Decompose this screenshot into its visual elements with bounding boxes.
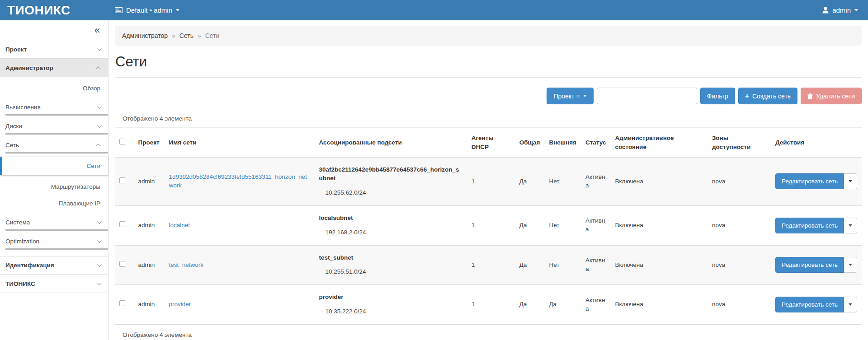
search-input[interactable] [597,88,697,104]
edit-network-button[interactable]: Редактировать сеть [775,297,844,312]
sidebar-group-system[interactable]: Система [5,217,108,231]
table-toolbar: Проект = Фильтр + Создать сеть Удалить с… [115,88,862,104]
breadcrumb-current: Сети [205,32,220,39]
chevron-down-icon [97,123,102,128]
col-header-subnets[interactable]: Ассоциированные подсети [315,128,467,158]
row-actions-dropdown[interactable] [844,218,857,233]
chevron-down-icon [849,180,852,182]
cell-project: admin [134,245,165,285]
network-name-link[interactable]: provider [169,301,191,307]
row-actions-dropdown[interactable] [844,297,857,312]
cell-dhcp-agents: 1 [467,158,515,206]
project-switcher-label: Default • admin [126,6,172,14]
sidebar-section-admin[interactable]: Администратор [0,59,108,77]
network-name-link[interactable]: localnet [169,222,190,228]
cell-az: nova [708,245,771,285]
breadcrumb-network[interactable]: Сеть [179,32,193,39]
cell-dhcp-agents: 1 [467,285,515,325]
edit-network-button[interactable]: Редактировать сеть [775,257,844,273]
network-name-link[interactable]: test_network [169,261,203,268]
sidebar-section-identity[interactable]: Идентификация [0,256,108,275]
sidebar-item-networks[interactable]: Сети [0,157,108,175]
edit-network-button[interactable]: Редактировать сеть [775,218,844,233]
sidebar-group-label: Диски [5,123,22,130]
filter-button-label: Фильтр [707,93,728,100]
sidebar-item-routers[interactable]: Маршрутизаторы [0,178,108,195]
sidebar-section-project[interactable]: Проект [0,40,108,59]
chevron-down-icon [849,264,852,266]
sidebar-collapse-button[interactable]: « [94,25,100,35]
cell-external: Нет [544,205,581,245]
row-actions: Редактировать сеть [775,297,857,312]
cell-external: Нет [544,245,581,285]
row-actions: Редактировать сеть [775,257,857,273]
sidebar-group-volumes[interactable]: Диски [5,121,108,135]
chevron-up-icon [96,144,100,148]
user-menu-label: admin [832,6,851,14]
project-filter-dropdown[interactable]: Проект = [547,88,593,104]
user-icon [822,7,829,14]
col-header-status[interactable]: Статус [581,128,611,158]
sidebar-group-network[interactable]: Сеть [5,140,108,154]
topbar: ТИОНИКС Default • admin admin [0,0,868,20]
sidebar-section-tionix[interactable]: ТИОНИКС [0,275,108,293]
user-menu[interactable]: admin [822,6,858,14]
edit-network-button[interactable]: Редактировать сеть [775,173,844,189]
table-row: admin 1d9392d058284cf69233fefd55163311_h… [115,158,862,206]
col-header-dhcp[interactable]: Агенты DHCP [467,128,515,158]
chevron-up-icon [96,66,100,71]
cell-dhcp-agents: 1 [467,205,515,245]
network-name-link[interactable]: 1d9392d058284cf69233fefd55163311_horizon… [169,173,307,189]
row-checkbox[interactable] [119,261,125,267]
col-header-shared[interactable]: Общая [515,128,545,158]
trash-icon [807,93,813,99]
sidebar-item-floating-ips[interactable]: Плавающие IP [0,195,108,212]
breadcrumb-admin[interactable]: Администратор [122,32,168,39]
subnet-name: provider [319,293,462,302]
sidebar-group-label: Optimization [5,238,39,245]
project-switcher[interactable]: Default • admin [115,6,179,14]
subnet-cidr: 192.168.2.0/24 [319,228,462,237]
sidebar-item-overview[interactable]: Обзор [0,80,108,97]
row-actions: Редактировать сеть [775,173,857,189]
chevron-down-icon [97,47,102,51]
row-actions-dropdown[interactable] [844,257,857,273]
table-row: admin provider provider 10.35.222.0/24 1… [115,285,862,325]
sidebar-section-label: Администратор [5,65,53,71]
chevron-down-icon [97,238,102,243]
sidebar-group-optimization[interactable]: Optimization [5,236,108,250]
cell-status: Активна [581,285,611,325]
sidebar-item-label: Обзор [83,85,100,92]
sidebar-item-label: Плавающие IP [59,200,100,207]
col-header-admin-state[interactable]: Административное состояние [611,128,708,158]
table-row: admin localnet localsubnet 192.168.2.0/2… [115,205,862,245]
col-header-az[interactable]: Зоны доступности [708,128,771,158]
sidebar-section-label: Проект [5,46,27,53]
create-network-button[interactable]: + Создать сеть [738,88,797,104]
brand-logo[interactable]: ТИОНИКС [0,0,108,20]
breadcrumb: Администратор » Сеть » Сети [115,26,862,46]
create-network-label: Создать сеть [752,93,791,100]
cell-admin-state: Включена [611,158,708,206]
filter-button[interactable]: Фильтр [700,88,735,104]
col-header-name[interactable]: Имя сети [164,128,314,158]
items-count-top: Отображено 4 элемента [123,115,862,122]
row-checkbox[interactable] [119,300,125,306]
row-actions-dropdown[interactable] [844,173,857,189]
select-all-checkbox[interactable] [119,139,125,144]
subnet-name: 30af2bc2112642e9bb45877e64537c66_horizon… [319,166,462,183]
sidebar-group-compute[interactable]: Вычисления [5,102,108,116]
chevron-down-icon [97,104,102,109]
cell-status: Активна [581,158,611,206]
cell-az: nova [708,205,771,245]
col-header-external[interactable]: Внешняя [544,128,581,158]
delete-networks-button[interactable]: Удалить сети [801,88,862,104]
subnet-cidr: 10.255.51.0/24 [319,268,462,276]
cell-az: nova [708,285,771,325]
row-checkbox[interactable] [119,177,125,183]
row-checkbox[interactable] [119,221,125,227]
cell-az: nova [708,158,771,206]
col-header-project[interactable]: Проект [134,128,165,158]
cell-status: Активна [581,245,611,285]
sidebar-group-label: Вычисления [5,104,41,111]
